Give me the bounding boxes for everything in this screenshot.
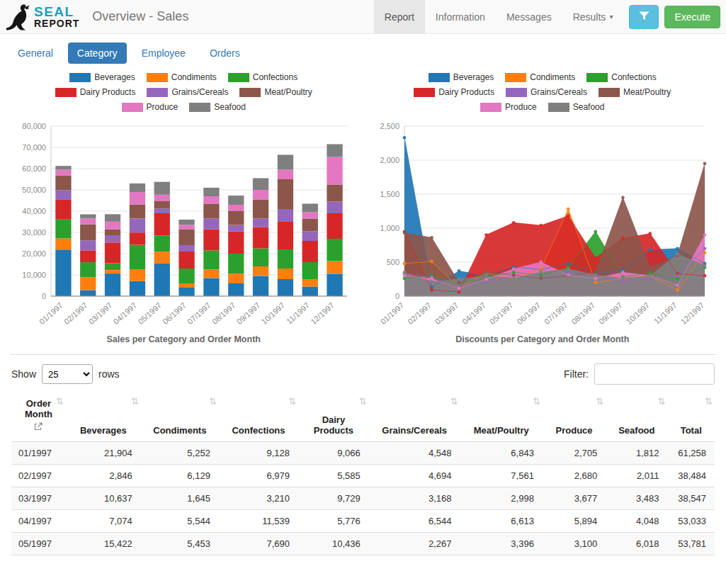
column-label: Grains/Cereals <box>372 425 458 436</box>
nav-item-information[interactable]: Information <box>425 0 496 33</box>
tab-category[interactable]: Category <box>68 43 127 64</box>
svg-text:05/1997: 05/1997 <box>488 301 515 327</box>
legend-item-condiments[interactable]: Condiments <box>147 72 217 82</box>
cell-confections: 3,210 <box>219 487 298 509</box>
svg-text:03/1997: 03/1997 <box>87 301 114 327</box>
legend-item-dairy-products[interactable]: Dairy Products <box>414 87 494 97</box>
cell-meat-poultry: 2,998 <box>460 487 543 509</box>
legend-label: Grains/Cereals <box>531 87 587 97</box>
svg-text:50,000: 50,000 <box>23 186 47 194</box>
brand: SEAL REPORT Overview - Sales <box>6 0 188 33</box>
column-header-seafood[interactable]: ⇅Seafood <box>606 393 667 441</box>
svg-text:02/1997: 02/1997 <box>406 301 433 327</box>
cell-grains-cereals: 3,168 <box>369 487 460 509</box>
column-header-condiments[interactable]: ⇅Condiments <box>141 393 219 441</box>
execute-button[interactable]: Execute <box>664 6 720 28</box>
svg-text:0: 0 <box>42 292 46 300</box>
nav-item-results[interactable]: Results▾ <box>562 0 624 33</box>
nav-item-messages[interactable]: Messages <box>496 0 562 33</box>
nav-item-report[interactable]: Report <box>374 0 425 33</box>
discounts-chart-panel: BeveragesCondimentsConfectionsDairy Prod… <box>363 68 722 344</box>
svg-text:09/1997: 09/1997 <box>235 301 262 327</box>
legend-item-condiments[interactable]: Condiments <box>505 72 575 82</box>
filter-button[interactable] <box>629 5 659 29</box>
sales-stacked-bar-chart: 010,00020,00030,00040,00050,00060,00070,… <box>11 119 356 333</box>
legend-item-meat-poultry[interactable]: Meat/Poultry <box>599 87 671 97</box>
column-header-beverages[interactable]: ⇅Beverages <box>66 393 141 441</box>
cell-meat-poultry: 3,396 <box>460 532 543 555</box>
legend-item-dairy-products[interactable]: Dairy Products <box>55 87 136 97</box>
discounts-area-chart: 05001,0001,5002,0002,50001/199702/199703… <box>370 119 715 333</box>
legend-item-grains-cereals[interactable]: Grains/Cereals <box>147 87 228 97</box>
legend-item-meat-poultry[interactable]: Meat/Poultry <box>239 87 312 97</box>
svg-text:02/1997: 02/1997 <box>62 301 89 327</box>
table-row: 02/19972,8466,1296,9795,5854,6947,5612,6… <box>11 464 715 487</box>
tab-general[interactable]: General <box>8 43 62 64</box>
cell-dairy-products: 9,066 <box>298 441 369 464</box>
column-label: Beverages <box>69 425 138 436</box>
legend-swatch <box>506 88 527 97</box>
tab-employee[interactable]: Employee <box>132 43 195 64</box>
svg-text:04/1997: 04/1997 <box>112 301 139 327</box>
legend-swatch <box>147 88 168 97</box>
column-header-grains-cereals[interactable]: ⇅Grains/Cereals <box>369 393 460 441</box>
sort-icon: ⇅ <box>658 396 666 407</box>
legend-item-beverages[interactable]: Beverages <box>429 72 494 82</box>
cell-seafood: 6,018 <box>606 532 667 555</box>
column-header-order-month[interactable]: ⇅Order Month <box>11 393 66 441</box>
brand-text: SEAL REPORT <box>34 5 79 28</box>
legend-swatch <box>548 103 569 112</box>
external-link-icon[interactable] <box>34 422 42 433</box>
legend-item-beverages[interactable]: Beverages <box>69 72 135 82</box>
legend-item-produce[interactable]: Produce <box>480 102 537 112</box>
svg-text:09/1997: 09/1997 <box>597 301 624 327</box>
column-header-produce[interactable]: ⇅Produce <box>543 393 606 441</box>
cell-beverages: 10,637 <box>66 487 141 509</box>
svg-text:08/1997: 08/1997 <box>210 301 237 327</box>
discounts-chart-title: Discounts per Category and Order Month <box>455 334 629 344</box>
column-header-confections[interactable]: ⇅Confections <box>219 393 298 441</box>
svg-text:2,000: 2,000 <box>380 156 399 164</box>
legend-item-seafood[interactable]: Seafood <box>548 102 605 112</box>
svg-text:08/1997: 08/1997 <box>569 301 596 327</box>
cell-total: 61,258 <box>667 441 715 464</box>
table-controls: Show 25 rows Filter: <box>0 355 726 389</box>
legend-item-produce[interactable]: Produce <box>122 102 178 112</box>
svg-text:11/1997: 11/1997 <box>285 301 311 326</box>
filter-label: Filter: <box>564 368 589 380</box>
cell-confections: 6,979 <box>219 464 298 487</box>
sales-chart-legend: BeveragesCondimentsConfectionsDairy Prod… <box>49 72 318 112</box>
legend-label: Produce <box>505 102 537 112</box>
legend-swatch <box>55 88 76 97</box>
legend-label: Dairy Products <box>80 87 136 97</box>
column-header-total[interactable]: ⇅Total <box>667 393 715 441</box>
svg-text:30,000: 30,000 <box>23 228 47 237</box>
cell-order-month: 02/1997 <box>11 464 66 487</box>
column-header-dairy-products[interactable]: ⇅Dairy Products <box>298 393 369 441</box>
sort-icon: ⇅ <box>359 396 367 407</box>
cell-total: 38,547 <box>667 487 715 509</box>
cell-grains-cereals: 2,267 <box>369 532 460 555</box>
cell-seafood: 2,011 <box>606 464 667 487</box>
legend-label: Grains/Cereals <box>171 87 228 97</box>
table-row: 03/199710,6371,6453,2109,7293,1682,9983,… <box>11 487 715 509</box>
filter-input[interactable] <box>594 363 715 385</box>
legend-item-confections[interactable]: Confections <box>228 72 297 82</box>
sort-icon: ⇅ <box>56 396 64 407</box>
legend-item-confections[interactable]: Confections <box>586 72 656 82</box>
rows-label: rows <box>98 368 120 380</box>
legend-item-grains-cereals[interactable]: Grains/Cereals <box>506 87 587 97</box>
legend-swatch <box>122 103 143 112</box>
legend-swatch <box>69 73 91 82</box>
svg-text:01/1997: 01/1997 <box>379 301 406 327</box>
column-header-meat-poultry[interactable]: ⇅Meat/Poultry <box>460 393 543 441</box>
svg-text:04/1997: 04/1997 <box>460 301 487 327</box>
page-size-select[interactable]: 25 <box>42 364 93 384</box>
svg-text:0: 0 <box>395 292 399 300</box>
nav-item-label: Messages <box>506 11 552 23</box>
legend-item-seafood[interactable]: Seafood <box>189 102 246 112</box>
results-table: ⇅Order Month⇅Beverages⇅Condiments⇅Confec… <box>11 393 715 555</box>
tab-orders[interactable]: Orders <box>200 43 249 64</box>
svg-text:500: 500 <box>386 258 399 266</box>
column-label: Dairy Products <box>301 414 366 436</box>
